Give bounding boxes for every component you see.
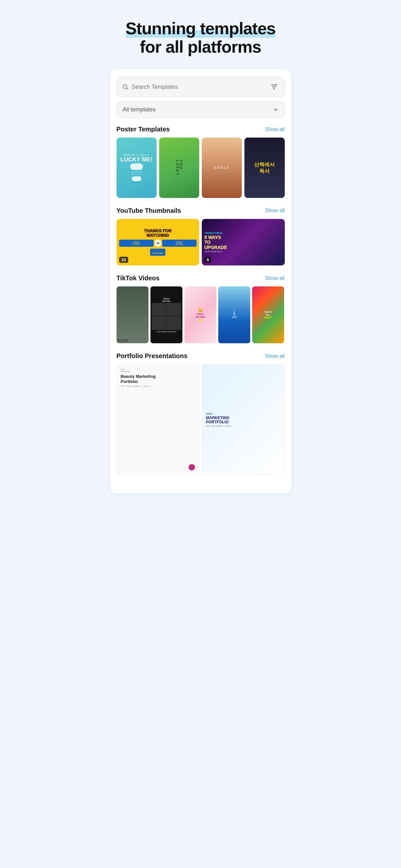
poster-1-main-text: LUCKY ME! (120, 157, 153, 162)
tk-3-text: Seizethe Day (196, 313, 205, 318)
poster-grid: 행복을 찾을 드리겠습니다 LUCKY ME! May the fortuneb… (117, 137, 285, 197)
search-bar[interactable] (117, 77, 285, 97)
portfolio-show-all[interactable]: Show all (265, 353, 284, 359)
youtube-thumb-2[interactable]: THANKS FOR W... 5 WAYSTOUPGRADE YOUR PLA… (202, 219, 285, 266)
poster-1-sub-text: May the fortunebe with you (131, 171, 142, 175)
dropdown-selected: All templates (123, 106, 156, 113)
main-card: All templates Poster Templates Show all … (110, 69, 291, 493)
poster-section-title: Poster Templates (117, 126, 170, 133)
poster-korean[interactable]: 산책에서독서 (244, 137, 284, 197)
poster-4-text: 산책에서독서 (254, 161, 275, 174)
hero-section: Stunning templates for all platforms (100, 0, 301, 66)
youtube-thumb-1[interactable]: THANKS FORWATCHING GAMINGCHANNEL 🎮 GAMIN… (117, 219, 199, 266)
poster-1-cloud (130, 163, 143, 170)
filter-icon (270, 83, 278, 91)
yt-count-1: 10 (119, 257, 128, 263)
pf-2-title: MARKETINGPORTFOLIO (206, 416, 281, 424)
poster-section-header: Poster Templates Show all (117, 126, 285, 133)
tk-2-photos (152, 303, 181, 330)
portfolio-section-title: Portfolio Presentations (117, 352, 188, 360)
pf-1-name: KIM MIRI (121, 370, 195, 373)
poster-3-text: DANCE (214, 166, 230, 169)
yt-2-title: 5 WAYSTOUPGRADE (204, 235, 227, 250)
pf-1-subtitle: 뷰티 마케팅 포트폴리오 소개합니다 (121, 385, 195, 388)
svg-line-1 (126, 88, 128, 90)
yt-2-subtitle: YOUR PLAYING SKILLS (204, 251, 222, 252)
yt-gaming-box-2: GAMINGCHANNEL (162, 240, 197, 247)
tiktok-birthday[interactable]: HappyBirthday on the Happiest Day Today! (150, 286, 182, 343)
yt-1-title: THANKS FORWATCHING (144, 228, 172, 238)
yt-subscribe-box: SUBSCRIBE (150, 249, 165, 256)
poster-templates-section: Poster Templates Show all 행복을 찾을 드리겠습니다 … (117, 126, 285, 197)
tiktok-seize-day[interactable]: 😊 Seizethe Day ⭐ (184, 286, 216, 343)
yt-gaming-box-1: GAMINGCHANNEL (119, 240, 154, 247)
hero-title-line1: Stunning templates (126, 19, 275, 38)
tiktok-outdoor[interactable]: 2024.01.25 (117, 286, 149, 343)
tiktok-grid: 2024.01.25 HappyBirthday on the Happiest… (117, 286, 285, 343)
template-dropdown[interactable]: All templates (117, 101, 285, 118)
filter-button[interactable] (269, 82, 279, 92)
portfolio-marketing-20xx[interactable]: 20XX MARKETINGPORTFOLIO 20XX 마케팅 포트폴리오 소… (202, 364, 285, 475)
tk-3-emoji2: ⭐ (198, 318, 202, 322)
youtube-thumbnails-section: YouTube Thumbnails Show all THANKS FORWA… (117, 207, 285, 266)
tk-5-title: FESTIVA... (265, 311, 272, 317)
youtube-section-header: YouTube Thumbnails Show all (117, 207, 285, 214)
pf-2-year: 20XX (206, 412, 281, 415)
portfolio-grid: 2020 KIM MIRI Beauty MarketingPortfolio … (117, 364, 285, 475)
yt-subscribe-text: SUBSCRIBE (152, 252, 163, 254)
eiffel-tower-shape (234, 309, 235, 315)
youtube-show-all[interactable]: Show all (265, 208, 284, 213)
pf-1-title: Beauty MarketingPortfolio (121, 374, 195, 384)
portfolio-beauty-marketing[interactable]: 2020 KIM MIRI Beauty MarketingPortfolio … (117, 364, 199, 475)
search-icon (122, 84, 128, 90)
tiktok-section-title: TikTok Videos (117, 275, 159, 282)
poster-1-cloud-2 (132, 176, 142, 181)
hero-title-line2: for all platforms (140, 37, 261, 56)
tk-4-phone: 📱 (234, 319, 235, 321)
poster-lucky-me[interactable]: 행복을 찾을 드리겠습니다 LUCKY ME! May the fortuneb… (117, 137, 157, 197)
yt-count-2: 8 (204, 257, 211, 263)
poster-dance[interactable]: DANCE (202, 137, 242, 197)
search-input[interactable] (132, 84, 266, 90)
pf-2-subtitle: 20XX 마케팅 포트폴리오 소개합니다 (206, 425, 281, 427)
svg-point-5 (275, 84, 277, 86)
page-title: Stunning templates for all platforms (113, 20, 288, 56)
tk-2-title: HappyBirthday (162, 298, 171, 303)
poster-show-all[interactable]: Show all (265, 127, 284, 132)
portfolio-section: Portfolio Presentations Show all 2020 KI… (117, 352, 285, 475)
yt-2-intro: THANKS FOR W... (204, 232, 224, 234)
tk-1-date: 2024.01.25 (118, 339, 128, 342)
eiffel-base (232, 316, 237, 318)
pf-1-avatar: 👤 (189, 464, 195, 470)
tiktok-section-header: TikTok Videos Show all (117, 275, 285, 282)
youtube-grid: THANKS FORWATCHING GAMINGCHANNEL 🎮 GAMIN… (117, 219, 285, 266)
yt-controller-icon: 🎮 (155, 240, 161, 247)
tiktok-videos-section: TikTok Videos Show all 2024.01.25 HappyB… (117, 275, 285, 343)
tiktok-paris[interactable]: 📱 (218, 286, 250, 343)
poster-2-text: LUCKYYOU (176, 160, 183, 176)
tk-5-sale: SALE » (265, 316, 273, 319)
tiktok-show-all[interactable]: Show all (265, 275, 284, 281)
tk-3-emoji: 😊 (198, 308, 203, 313)
portfolio-section-header: Portfolio Presentations Show all (117, 352, 285, 360)
youtube-section-title: YouTube Thumbnails (117, 207, 181, 214)
chevron-down-icon (273, 107, 279, 113)
tk-2-date: on the Happiest Day Today! (157, 331, 176, 333)
poster-lucky-you[interactable]: LUCKYYOU (159, 137, 199, 197)
tiktok-festival-sale[interactable]: FESTIVA... SALE » (252, 286, 284, 343)
